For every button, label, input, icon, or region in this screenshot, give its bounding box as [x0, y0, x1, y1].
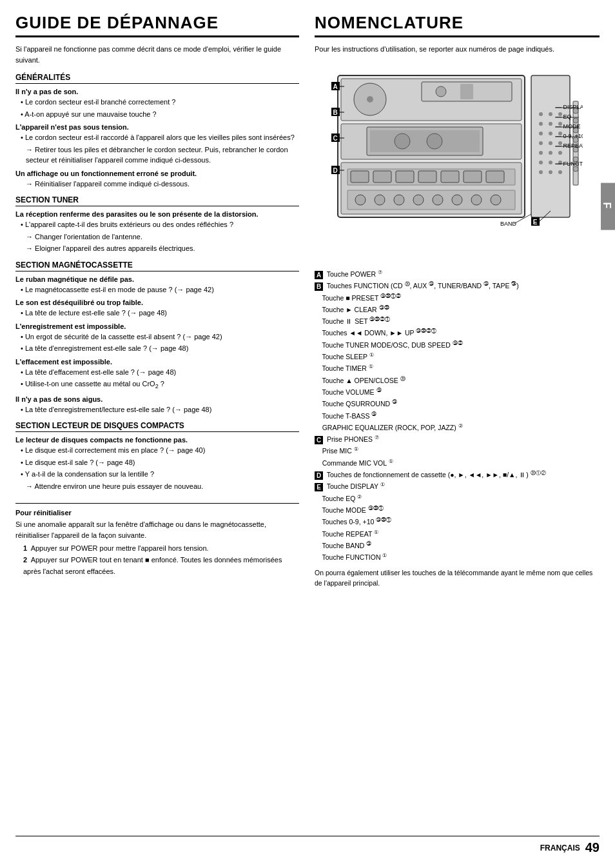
- bullet-pause: • Le magnétocassette est-il en mode de p…: [21, 284, 299, 295]
- nom-text-tuner-mode: Touche TUNER MODE/OSC, DUB SPEED ㉓②: [322, 341, 462, 349]
- svg-rect-5: [460, 84, 473, 99]
- sub-pas-tension: L'appareil n'est pas sous tension.: [15, 123, 299, 131]
- nom-item-band: Touche BAND ㉓: [315, 540, 600, 551]
- nom-label-D: D: [315, 471, 323, 480]
- svg-text:D: D: [333, 167, 337, 174]
- nom-item-repeat: Touche REPEAT ①: [315, 528, 600, 539]
- nom-text-sleep: Touche SLEEP ①: [322, 353, 373, 360]
- svg-point-24: [394, 195, 404, 205]
- arrow-eloigner: Eloigner l'appareil des autres appareils…: [26, 243, 299, 254]
- nom-label-B: B: [315, 282, 323, 291]
- svg-text:A: A: [333, 83, 337, 90]
- page-number: 49: [585, 840, 600, 855]
- right-column: NOMENCLATURE Pour les instructions d'uti…: [315, 13, 600, 829]
- svg-point-10: [395, 133, 410, 149]
- bullet-tete-enreg: • La tête d'enregistrement est-elle sale…: [21, 343, 299, 354]
- nom-text-set: Touche ⏸ SET ㉓⑳②①: [322, 317, 390, 325]
- nom-label-A: A: [315, 271, 323, 279]
- nom-text-repeat: Touche REPEAT ①: [322, 530, 378, 538]
- svg-text:— EQ: — EQ: [556, 113, 572, 120]
- svg-rect-17: [418, 171, 436, 182]
- nom-label-C: C: [315, 436, 323, 444]
- svg-point-32: [539, 112, 543, 116]
- sub-enregistrement: L'enregistrement est impossible.: [15, 322, 299, 330]
- svg-point-11: [427, 133, 442, 149]
- nom-text-graphic-eq: GRAPHIC EQUALIZER (ROCK, POP, JAZZ) ②: [322, 424, 463, 431]
- nom-text-open-close: Touche ▲ OPEN/CLOSE ⑳: [322, 377, 405, 384]
- section-title-lecteur: SECTION LECTEUR DE DISQUES COMPACTS: [15, 421, 299, 432]
- svg-point-35: [539, 122, 543, 126]
- nom-text-0-9: Touches 0-9, +10 ㉓⑳①: [322, 518, 391, 526]
- nom-item-tuner-mode: Touche TUNER MODE/OSC, DUB SPEED ㉓②: [315, 339, 600, 350]
- nom-item-function: Touche FUNCTION ①: [315, 552, 600, 563]
- nom-item-mic: Prise MIC ①: [315, 446, 600, 457]
- svg-point-25: [413, 195, 424, 205]
- svg-text:— MODE: — MODE: [556, 123, 581, 130]
- svg-point-69: [573, 118, 578, 123]
- nom-item-qsurround: Touche QSURROUND ㉓: [315, 399, 600, 409]
- section-title-generalites: GÉNÉRALITÉS: [15, 73, 299, 84]
- nom-text-function: Touche FUNCTION ①: [322, 553, 387, 561]
- svg-point-45: [558, 151, 562, 155]
- svg-rect-20: [486, 171, 504, 182]
- section-generalites: GÉNÉRALITÉS Il n'y a pas de son. • Le co…: [15, 73, 299, 189]
- bullet-touche: • A-t-on appuyé sur une mauvaise touche …: [21, 109, 299, 120]
- svg-text:B: B: [333, 109, 337, 116]
- bullet-bruits: • L'appareil capte-t-il des bruits extér…: [21, 219, 299, 230]
- device-illustration: A B C D E: [331, 63, 583, 262]
- bullet-cassette-metal: • Utilise-t-on une cassette au métal ou …: [21, 379, 299, 391]
- svg-point-6: [436, 86, 446, 97]
- nom-item-sleep: Touche SLEEP ①: [315, 351, 600, 362]
- page: GUIDE DE DÉPANNAGE Si l'appareil ne fonc…: [0, 0, 615, 868]
- right-intro: Pour les instructions d'utilisation, se …: [315, 44, 600, 55]
- nom-text-preset: Touche ■ PRESET ㉓⑳①②: [322, 294, 401, 302]
- svg-rect-14: [351, 171, 369, 182]
- nom-text-B: Touches FUNCTION (CD ⑳, AUX ㉓, TUNER/BAN…: [327, 282, 519, 290]
- nom-item-B: B Touches FUNCTION (CD ⑳, AUX ㉓, TUNER/B…: [315, 281, 600, 291]
- nom-text-eq: Touche EQ ②: [322, 495, 362, 502]
- svg-rect-21: [347, 190, 515, 210]
- nomenclature-note: On pourra également utiliser les touches…: [315, 568, 600, 589]
- nom-text-down-up: Touches ◄◄ DOWN, ►► UP ㉓⑳②①: [322, 329, 436, 337]
- nom-item-graphic-eq: GRAPHIC EQUALIZER (ROCK, POP, JAZZ) ②: [315, 422, 600, 433]
- svg-point-22: [355, 195, 366, 205]
- arrow-reinit: Réinitialiser l'appareil comme indiqué c…: [26, 179, 299, 190]
- svg-text:C: C: [333, 135, 337, 142]
- sub-aigus: Il n'y a pas de sons aigus.: [15, 395, 299, 403]
- svg-point-44: [539, 151, 543, 155]
- nom-item-down-up: Touches ◄◄ DOWN, ►► UP ㉓⑳②①: [315, 328, 600, 339]
- section-lecteur: SECTION LECTEUR DE DISQUES COMPACTS Le l…: [15, 421, 299, 491]
- svg-rect-9: [370, 130, 480, 152]
- bullet-cordon-piles: • Le cordon secteur est-il raccordé à l'…: [21, 132, 299, 143]
- svg-point-34: [549, 122, 552, 126]
- svg-point-27: [452, 195, 462, 205]
- nom-item-timer: Touche TIMER ①: [315, 363, 600, 374]
- svg-text:— DISPLAY: — DISPLAY: [556, 104, 583, 110]
- nomenclature-list: A Touche POWER ⑦ B Touches FUNCTION (CD …: [315, 269, 600, 563]
- svg-point-46: [549, 161, 552, 164]
- footer-title: Pour réinitialiser: [15, 509, 299, 517]
- arrow-retirer: Retirer tous les piles et débrancher le …: [26, 144, 299, 166]
- sub-erreur: Un affichage ou un fonctionnement erroné…: [15, 170, 299, 177]
- left-column: GUIDE DE DÉPANNAGE Si l'appareil ne fonc…: [15, 13, 299, 829]
- svg-point-38: [539, 132, 543, 135]
- svg-point-43: [549, 151, 552, 155]
- nom-item-D: D Touches de fonctionnement de cassette …: [315, 469, 600, 480]
- nom-text-mode: Touche MODE ㉓⑳①: [322, 506, 383, 514]
- nom-item-mic-vol: Commande MIC VOL ①: [315, 457, 600, 468]
- nom-text-E: Touche DISPLAY ①: [327, 482, 385, 490]
- svg-rect-19: [464, 171, 482, 182]
- sub-son-desequilibre: Le son est déséquilibré ou trop faible.: [15, 299, 299, 306]
- arrow-antenne: Changer l'orientation de l'antenne.: [26, 232, 299, 242]
- svg-point-50: [539, 170, 543, 174]
- section-tuner: SECTION TUNER La réception renferme des …: [15, 195, 299, 254]
- sub-no-son: Il n'y a pas de son.: [15, 88, 299, 95]
- svg-point-40: [549, 141, 552, 145]
- svg-point-41: [539, 141, 543, 145]
- nom-text-C: Prise PHONES ⑦: [327, 435, 379, 443]
- bullet-tete-lecture: • La tête de lecture est-elle sale ? (→ …: [21, 308, 299, 319]
- nom-item-set: Touche ⏸ SET ㉓⑳②①: [315, 316, 600, 327]
- nom-item-clear: Touche ► CLEAR ㉓⑳: [315, 304, 600, 315]
- nom-item-tbass: Touche T-BASS ㉓: [315, 410, 600, 421]
- bullet-condensation: • Y a-t-il de la condensation sur la len…: [21, 469, 299, 480]
